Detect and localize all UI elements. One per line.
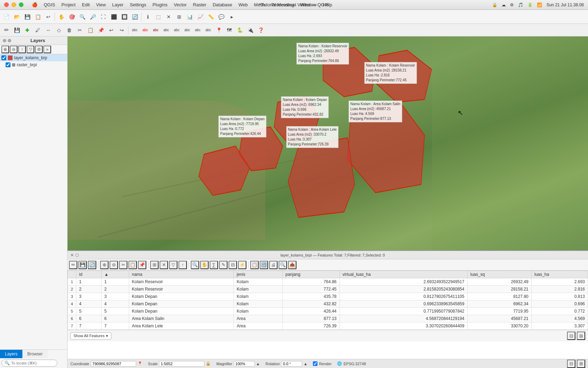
save-as-btn[interactable]: 📋 [33,12,43,22]
label-tool4[interactable]: abc [161,25,171,35]
actions-btn[interactable]: ⚡ [238,261,246,269]
pan-to-selection[interactable]: 🎯 [67,12,77,22]
statusbar-btn2[interactable]: ⊞ [577,360,585,368]
zoom-to-sel-btn[interactable]: 🔍 [191,261,199,269]
maximize-button[interactable] [19,2,23,7]
open-btn[interactable]: 📂 [12,12,22,22]
calc-btn[interactable]: 🔣 [260,261,268,269]
remove-layer-btn[interactable]: ⊖ [10,46,18,53]
database-menu[interactable]: Database [210,1,235,8]
table-row[interactable]: 6 6 6 Area Kolam Salin Area 877.13 4.568… [68,315,588,322]
measure-btn[interactable]: 📏 [206,12,216,22]
select-all-rows-btn[interactable]: ⊞ [150,261,159,269]
identify-btn[interactable]: ℹ [143,12,153,22]
add-feature-btn[interactable]: ✚ [22,25,32,35]
layer-settings-btn[interactable]: ⚙ [35,46,43,53]
table-row[interactable]: 1 1 1 Kolam Reservoir Kolam 764.86 2.693… [68,278,588,286]
table-row[interactable]: 5 5 5 Kolam Depan Kolam 426.44 0.7719950… [68,308,588,315]
map-canvas[interactable]: Nama Kolam : Kolam Reservoir Luas Area (… [68,36,588,250]
table-right-1[interactable]: ⊟ [567,332,575,340]
edit-menu[interactable]: Edit [79,1,92,8]
delete-selected-btn[interactable]: 🗑 [64,25,74,35]
zoom-selection-btn[interactable]: 🔲 [119,12,129,22]
cut-features-btn[interactable]: ✂ [75,25,85,35]
node-tool-btn[interactable]: ◇ [54,25,64,35]
layer-diagram-btn[interactable]: 🗺 [224,25,234,35]
col-nama[interactable]: nama [129,271,233,278]
field-calc-btn[interactable]: ∑ [210,261,218,269]
open-form-btn[interactable]: 📋 [250,261,259,269]
search-table-btn[interactable]: 🔍 [279,261,287,269]
organize-cols-btn[interactable]: ⊟ [229,261,237,269]
print-btn[interactable]: 🖨 [269,261,278,269]
move-layer-up[interactable]: ↑ [18,46,26,53]
redo-btn[interactable]: ↪ [117,25,127,35]
magnifier-input[interactable] [234,361,255,367]
col-virtual-luas-ha[interactable]: virtual_luas_ha [340,271,467,278]
copy-row-btn[interactable]: 📋 [128,261,137,269]
edit-toggle-btn[interactable]: ✏ [1,25,11,35]
undo-btn[interactable]: ↩ [106,25,116,35]
label-pin-btn[interactable]: 📍 [214,25,224,35]
del-row-btn[interactable]: ⊖ [110,261,118,269]
python-btn[interactable]: 🐍 [235,25,245,35]
settings-menu[interactable]: Settings [127,1,149,8]
filter-layer-btn[interactable]: ▽ [27,46,34,53]
panel-float-btn[interactable] [8,39,11,42]
close-button[interactable] [4,2,9,7]
magnifier-up[interactable]: ▲ [256,362,260,366]
label-btn[interactable]: abc [130,25,140,35]
plugin-btn[interactable]: 🔌 [245,25,255,35]
qgis-menu[interactable]: QGIS [41,1,58,8]
panel-close-btn[interactable] [3,39,6,42]
label-tool7[interactable]: abc [193,25,203,35]
copy-features-btn[interactable]: 📋 [85,25,95,35]
table-right-2[interactable]: ⊞ [577,332,585,340]
cut-row-btn[interactable]: ✂ [119,261,127,269]
tab-layers[interactable]: Layers [0,350,22,358]
export-btn[interactable]: 📤 [288,261,296,269]
revert-btn[interactable]: ↩ [43,12,53,22]
layer-item-vector[interactable]: layer_kolams_brp [0,54,67,61]
deselect-rows-btn[interactable]: ✕ [160,261,168,269]
save-table-btn[interactable]: 💾 [78,261,87,269]
pan-to-sel-btn[interactable]: ✋ [200,261,209,269]
render-checkbox[interactable] [313,361,317,366]
col-luas-ha[interactable]: luas_ha [531,271,588,278]
label-tool8[interactable]: abc [203,25,213,35]
zoom-full-btn[interactable]: ⛶ [98,12,108,22]
layer-menu[interactable]: Layer [109,1,126,8]
apple-menu[interactable]: 🍎 [29,1,40,8]
add-layer-btn[interactable]: ⊕ [1,46,9,53]
col-jenis[interactable]: jenis [234,271,282,278]
table-row[interactable]: 2 2 2 Kolam Reservoir Kolam 772.45 2.815… [68,286,588,293]
save-btn[interactable]: 💾 [22,12,32,22]
paste-row-btn[interactable]: 📌 [138,261,146,269]
filter-rows-btn[interactable]: ▽ [169,261,177,269]
deselect-btn[interactable]: ✕ [164,12,174,22]
col-luas-sq[interactable]: luas_sq [467,271,531,278]
paste-features-btn[interactable]: 📌 [96,25,106,35]
label-tool6[interactable]: abc [182,25,192,35]
table-row[interactable]: 4 4 4 Kolam Depan Kolam 432.82 0.6962338… [68,300,588,308]
raster-menu[interactable]: Raster [190,1,209,8]
open-table-btn[interactable]: 📊 [185,12,195,22]
add-row-btn[interactable]: ⊕ [100,261,108,269]
table-row[interactable]: 3 3 3 Kolam Depan Kolam 435.78 0.8127802… [68,293,588,300]
field-edit-btn[interactable]: ✎ [219,261,227,269]
digitize-btn[interactable]: 🖊 [33,25,43,35]
label-tool3[interactable]: abc [151,25,161,35]
zoom-out-btn[interactable]: 🔎 [88,12,98,22]
search-input[interactable] [11,361,50,365]
more-btn[interactable]: ▸ [227,12,237,22]
epsg-item[interactable]: 🌐 EPSG:32748 [337,361,366,366]
show-all-features-btn[interactable]: Show All Features ▾ [70,332,111,340]
float-table-btn[interactable]: ⬡ [75,253,79,258]
rotation-input[interactable] [281,361,302,367]
label-tool2[interactable]: abc [140,25,150,35]
more-layer-btn[interactable]: » [43,46,51,53]
edit-table-btn[interactable]: ✏ [69,261,77,269]
zoom-layer-btn[interactable]: ⬛ [109,12,119,22]
layer-raster-checkbox[interactable] [6,62,10,67]
coordinate-input[interactable] [91,361,136,367]
